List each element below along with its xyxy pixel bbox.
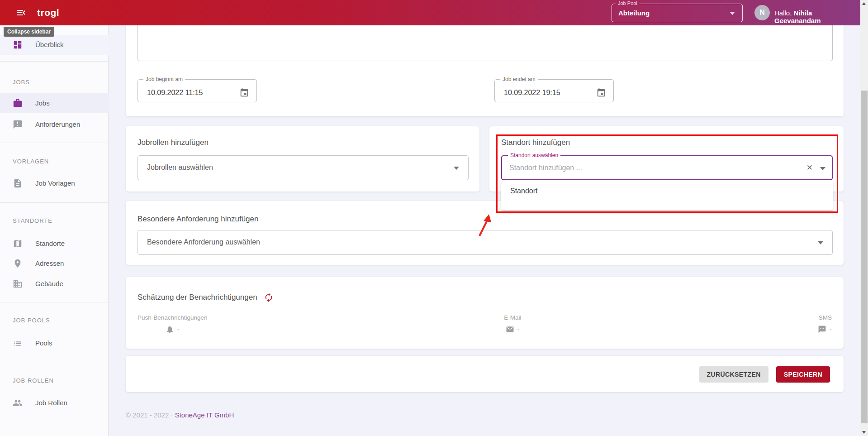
divider xyxy=(0,143,109,143)
scroll-up-arrow-icon[interactable] xyxy=(862,2,866,5)
actions-card: ZURÜCKSETZEN SPEICHERN xyxy=(126,356,844,392)
sidebar-item-label: Standorte xyxy=(35,240,65,247)
sidebar-item-label: Jobs xyxy=(35,99,50,107)
sidebar-item-jobs[interactable]: Jobs xyxy=(0,93,109,113)
document-icon xyxy=(13,178,23,188)
company-link[interactable]: StoneAge IT GmbH xyxy=(175,411,234,419)
map-icon xyxy=(13,239,23,249)
divider xyxy=(501,203,833,203)
dashboard-icon xyxy=(13,40,23,50)
menu-open-icon[interactable] xyxy=(15,7,27,18)
sms-column: SMS - xyxy=(818,314,832,334)
sidebar-item-buildings[interactable]: Gebäude xyxy=(0,274,109,294)
job-description-textarea[interactable] xyxy=(138,25,833,61)
sidebar-section-job-pools: JOB POOLS xyxy=(13,317,50,324)
vertical-scrollbar[interactable] xyxy=(860,0,868,436)
job-begins-label: Job beginnt am xyxy=(143,76,185,82)
sidebar-section-job-roles: JOB ROLLEN xyxy=(13,377,54,384)
list-icon xyxy=(13,338,23,348)
clear-icon[interactable]: ✕ xyxy=(806,163,813,172)
job-pool-value: Abteilung xyxy=(618,9,650,17)
job-pool-label: Job Pool xyxy=(616,0,640,6)
email-value: - xyxy=(517,326,520,333)
announcement-icon xyxy=(13,120,23,129)
requirement-card-title: Besondere Anforderung hinzufügen xyxy=(138,215,258,224)
location-input[interactable] xyxy=(509,156,790,179)
sidebar-item-requirements[interactable]: Anforderungen xyxy=(0,115,109,134)
sidebar-item-label: Job Vorlagen xyxy=(35,179,75,187)
sidebar-item-addresses[interactable]: Adressen xyxy=(0,254,109,273)
divider xyxy=(0,61,109,62)
job-ends-value: 10.09.2022 19:15 xyxy=(504,89,560,97)
requirement-select[interactable]: Besondere Anforderung auswählen xyxy=(138,230,833,255)
location-option-label: Standort xyxy=(510,187,537,195)
push-notifications-column: Push-Benachrichtigungen - xyxy=(138,314,208,334)
user-greeting: Hallo, Nihila Geevanandam xyxy=(774,9,860,24)
chevron-down-icon[interactable] xyxy=(730,12,735,15)
refresh-icon[interactable] xyxy=(264,292,274,302)
location-pin-icon xyxy=(13,259,23,268)
scrollbar-thumb[interactable] xyxy=(861,91,868,423)
email-column: E-Mail - xyxy=(504,314,521,334)
sidebar-item-label: Job Rollen xyxy=(35,399,67,407)
location-dropdown: Standort xyxy=(501,180,833,210)
jobroles-select[interactable]: Jobrollen auswählen xyxy=(138,155,469,180)
jobroles-card-title: Jobrollen hinzufügen xyxy=(138,138,209,147)
location-autocomplete[interactable]: Standort auswählen ✕ xyxy=(501,155,833,180)
jobroles-card: Jobrollen hinzufügen Jobrollen auswählen xyxy=(126,126,479,192)
job-pool-select[interactable]: Job Pool Abteilung xyxy=(612,4,743,22)
avatar[interactable]: N xyxy=(754,5,770,20)
notifications-card-title: Schätzung der Benachrichtigungen xyxy=(138,293,257,302)
sidebar-item-label: Adressen xyxy=(35,259,64,267)
divider xyxy=(0,302,109,302)
copyright-text: © 2021 - 2022 · xyxy=(126,411,175,419)
sidebar-item-label: Anforderungen xyxy=(35,120,80,128)
push-notifications-value: - xyxy=(177,326,180,333)
chevron-down-icon xyxy=(454,167,459,170)
briefcase-icon xyxy=(13,98,23,108)
sms-value: - xyxy=(830,326,832,333)
sidebar-item-pools[interactable]: Pools xyxy=(0,333,109,353)
app-header: trogl Job Pool Abteilung N Hallo, Nihila… xyxy=(0,0,860,25)
bell-icon xyxy=(166,325,174,334)
sidebar-item-overview[interactable]: Überblick xyxy=(0,35,109,55)
job-ends-field[interactable]: Job endet am 10.09.2022 19:15 xyxy=(494,76,614,102)
brand-logo[interactable]: trogl xyxy=(37,7,59,18)
sidebar-section-jobs: JOBS xyxy=(13,79,30,86)
location-card: Standort hinzufügen Standort auswählen ✕… xyxy=(489,126,844,192)
sidebar-section-templates: VORLAGEN xyxy=(13,158,49,165)
jobroles-select-value: Jobrollen auswählen xyxy=(147,163,213,172)
chevron-down-icon[interactable] xyxy=(820,167,825,170)
sidebar-section-locations: STANDORTE xyxy=(13,217,52,224)
job-ends-label: Job endet am xyxy=(500,76,538,82)
job-times-card: Job beginnt am 10.09.2022 11:15 Job ende… xyxy=(126,25,844,116)
requirement-select-value: Besondere Anforderung auswählen xyxy=(147,238,260,246)
collapse-sidebar-tooltip: Collapse sidebar xyxy=(4,27,54,37)
divider xyxy=(0,202,109,203)
sidebar: Überblick JOBS Jobs Anforderungen VORLAG… xyxy=(0,25,109,436)
sidebar-item-locations[interactable]: Standorte xyxy=(0,234,109,254)
sms-label: SMS xyxy=(819,314,832,321)
sidebar-item-label: Gebäude xyxy=(35,280,63,287)
calendar-icon[interactable] xyxy=(239,88,249,98)
location-option[interactable]: Standort xyxy=(501,180,833,203)
scroll-down-arrow-icon[interactable] xyxy=(862,431,866,434)
push-notifications-label: Push-Benachrichtigungen xyxy=(138,314,208,321)
save-button[interactable]: SPEICHERN xyxy=(776,366,830,383)
job-begins-value: 10.09.2022 11:15 xyxy=(147,89,203,97)
footer: © 2021 - 2022 · StoneAge IT GmbH xyxy=(126,411,234,419)
greeting-prefix: Hallo, xyxy=(774,9,794,17)
sidebar-item-label: Pools xyxy=(35,339,52,347)
email-label: E-Mail xyxy=(504,314,521,321)
job-begins-field[interactable]: Job beginnt am 10.09.2022 11:15 xyxy=(138,76,257,102)
sidebar-item-job-roles[interactable]: Job Rollen xyxy=(0,393,109,413)
people-icon xyxy=(13,398,23,408)
sms-bubble-icon xyxy=(818,325,826,334)
chevron-down-icon xyxy=(818,241,823,244)
envelope-icon xyxy=(506,325,514,334)
reset-button[interactable]: ZURÜCKSETZEN xyxy=(699,366,768,383)
sidebar-item-job-templates[interactable]: Job Vorlagen xyxy=(0,173,109,193)
location-card-title: Standort hinzufügen xyxy=(501,138,570,147)
calendar-icon[interactable] xyxy=(596,88,606,98)
building-icon xyxy=(13,279,23,289)
